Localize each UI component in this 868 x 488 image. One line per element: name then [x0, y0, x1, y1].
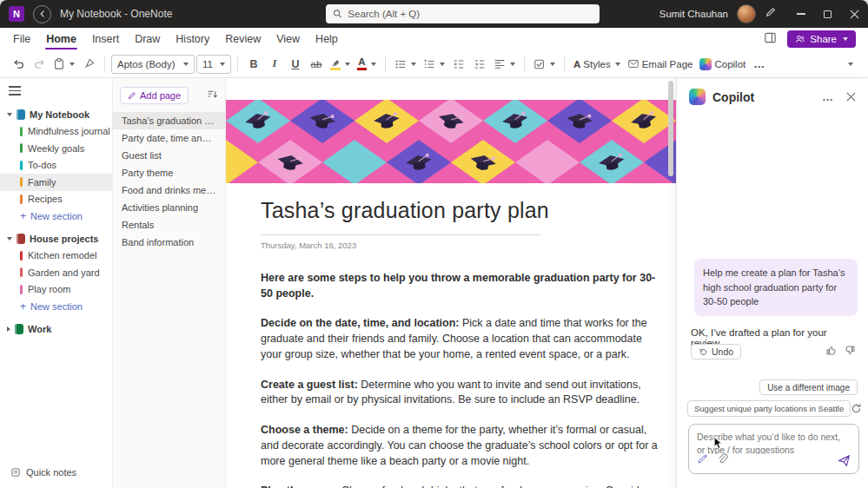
font-family-select[interactable]: Aptos (Body)	[111, 55, 195, 74]
ribbon-collapse-button[interactable]	[840, 54, 859, 75]
notebook-house-projects[interactable]: House projects	[0, 230, 112, 247]
increase-indent-button[interactable]	[470, 54, 489, 75]
menu-history[interactable]: History	[168, 28, 217, 50]
avatar[interactable]	[737, 4, 756, 23]
page-list-item[interactable]: Guest list	[113, 147, 225, 164]
new-section-button[interactable]: + New section	[0, 208, 112, 225]
body-paragraph[interactable]: Plan the menu: Choose food and drinks th…	[261, 484, 664, 488]
section-weekly-goals[interactable]: Weekly goals	[0, 140, 112, 157]
menu-draw[interactable]: Draw	[127, 28, 168, 50]
attach-button[interactable]	[717, 452, 728, 468]
styles-button[interactable]: A Styles	[571, 54, 623, 75]
section-family[interactable]: Family	[0, 174, 112, 191]
hamburger-menu-button[interactable]	[9, 86, 21, 96]
page-list-item[interactable]: Band information	[113, 234, 225, 251]
thumbs-down-button[interactable]	[845, 344, 856, 359]
intro-paragraph[interactable]: Here are some steps to help you throw a …	[261, 270, 662, 301]
back-button[interactable]	[33, 5, 51, 23]
ribbon-more-button[interactable]: …	[750, 54, 769, 75]
copilot-close-button[interactable]	[846, 89, 856, 105]
pen-icon[interactable]	[765, 6, 777, 22]
sort-pages-button[interactable]	[207, 88, 218, 103]
section-to-dos[interactable]: To-dos	[0, 157, 112, 175]
italic-button[interactable]: I	[265, 54, 284, 75]
menu-help[interactable]: Help	[308, 28, 346, 50]
envelope-icon	[627, 58, 639, 69]
section-garden-and-yard[interactable]: Garden and yard	[0, 264, 112, 281]
copilot-input-box[interactable]	[688, 424, 859, 474]
page-title[interactable]: Tasha’s graduation party plan	[261, 198, 660, 223]
undo-button[interactable]: Undo	[691, 344, 741, 359]
section-play-room[interactable]: Play room	[0, 281, 112, 299]
thumbs-up-button[interactable]	[825, 344, 837, 359]
section-kitchen-remodel[interactable]: Kitchen remodel	[0, 247, 112, 265]
todo-tag-icon	[533, 58, 546, 70]
page-list-item[interactable]: Food and drinks menu	[113, 181, 225, 199]
use-different-image-button[interactable]: Use a different image	[759, 379, 858, 395]
format-painter-button[interactable]	[79, 54, 98, 75]
side-panel-icon[interactable]	[764, 31, 777, 48]
copilot-header: Copilot …	[677, 78, 868, 105]
notebook-my-notebook[interactable]: My Notebook	[0, 106, 112, 123]
alignment-button[interactable]	[491, 54, 518, 75]
section-label: Play room	[28, 284, 71, 294]
copilot-more-button[interactable]: …	[822, 90, 834, 103]
search-input[interactable]	[348, 9, 593, 19]
banner-image[interactable]	[226, 100, 676, 183]
page-list-item[interactable]: Tasha’s graduation par...	[113, 112, 225, 129]
section-mindfulness-journal[interactable]: Mindfulness journal	[0, 123, 112, 141]
underline-button[interactable]: U	[286, 54, 305, 75]
minimize-button[interactable]	[787, 0, 814, 28]
section-label: Garden and yard	[28, 267, 100, 278]
page-canvas[interactable]: Tasha’s graduation party plan Thursday, …	[226, 78, 676, 488]
prompt-guide-button[interactable]	[697, 452, 708, 468]
menu-file[interactable]: File	[5, 28, 38, 50]
strikethrough-button[interactable]: ab	[307, 54, 326, 75]
menu-home[interactable]: Home	[38, 28, 84, 50]
menu-view[interactable]: View	[268, 28, 308, 50]
menu-insert[interactable]: Insert	[84, 28, 127, 50]
scrollbar-thumb[interactable]	[668, 81, 673, 176]
font-color-button[interactable]: A	[354, 54, 379, 75]
maximize-button[interactable]	[814, 0, 841, 28]
bullets-button[interactable]	[392, 54, 419, 75]
redo-button[interactable]	[30, 54, 49, 75]
undo-button[interactable]	[9, 54, 28, 75]
send-button[interactable]	[838, 454, 851, 467]
menu-review[interactable]: Review	[217, 28, 268, 50]
add-page-button[interactable]: Add page	[120, 87, 189, 104]
page-list-item[interactable]: Activities planning	[113, 199, 225, 216]
font-size-select[interactable]: 11	[196, 55, 231, 74]
notebook-work[interactable]: Work	[0, 320, 112, 338]
share-button[interactable]: Share	[787, 30, 856, 48]
new-section-button[interactable]: + New section	[0, 298, 112, 315]
page-list-item[interactable]: Rentals	[113, 216, 225, 234]
arrow-left-icon	[37, 9, 48, 19]
global-search[interactable]	[326, 4, 600, 23]
highlight-button[interactable]	[328, 54, 353, 75]
section-recipes[interactable]: Recipes	[0, 191, 112, 208]
suggestion-chip[interactable]: Suggest unique party locations in Seattl…	[687, 400, 851, 417]
email-page-button[interactable]: Email Page	[625, 54, 696, 75]
paste-button[interactable]	[50, 54, 77, 75]
page-list-item[interactable]: Party date, time and locat...	[113, 129, 225, 147]
content-scrollbar[interactable]	[668, 81, 673, 485]
body-paragraph[interactable]: Choose a theme: Decide on a theme for th…	[261, 423, 664, 469]
account-name[interactable]: Sumit Chauhan	[659, 9, 728, 19]
page-list-item[interactable]: Party theme	[113, 164, 225, 181]
page-date[interactable]: Thursday, March 16, 2023	[261, 241, 660, 250]
todo-tag-button[interactable]	[531, 54, 558, 75]
numbering-button[interactable]	[421, 54, 447, 75]
bold-button[interactable]: B	[244, 54, 263, 75]
copilot-input[interactable]	[689, 425, 858, 454]
decrease-indent-button[interactable]	[449, 54, 468, 75]
quick-notes-button[interactable]: Quick notes	[0, 464, 112, 481]
notebook-label: My Notebook	[30, 109, 89, 120]
body-paragraph[interactable]: Decide on the date, time, and location: …	[261, 316, 664, 362]
close-button[interactable]	[841, 0, 868, 28]
refresh-suggestions-button[interactable]	[851, 403, 862, 414]
body-paragraph[interactable]: Create a guest list: Determine who you w…	[261, 378, 664, 409]
chevron-right-icon	[7, 326, 10, 332]
copilot-button[interactable]: Copilot	[697, 54, 748, 75]
section-label: To-dos	[28, 160, 56, 170]
